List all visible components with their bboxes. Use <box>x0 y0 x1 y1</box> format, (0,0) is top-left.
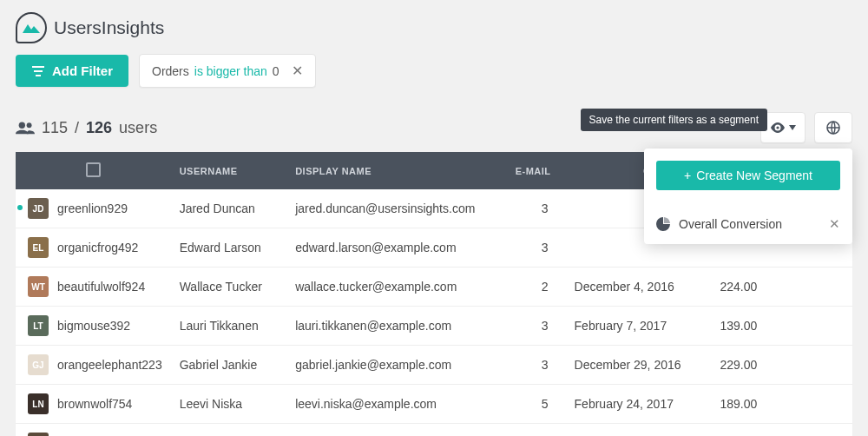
table-row[interactable]: LTbigmouse392Lauri Tikkanenlauri.tikkane… <box>16 307 852 346</box>
cell-value: 249.00 <box>704 424 774 437</box>
topbar: UsersInsights <box>0 0 868 43</box>
filter-icon <box>31 64 45 78</box>
add-filter-button[interactable]: Add Filter <box>16 55 128 87</box>
cell-value: 224.00 <box>704 268 774 307</box>
username-text: bigmouse392 <box>57 319 130 333</box>
summary-row: 115 / 126 users Save the current filters… <box>0 88 868 152</box>
username-text: orangeelephant223 <box>57 358 162 372</box>
plus-icon: + <box>684 168 691 182</box>
cell-display-name: Wallace Tucker <box>171 268 286 307</box>
eye-icon <box>770 122 786 133</box>
svg-point-3 <box>19 122 25 129</box>
svg-rect-1 <box>34 70 43 72</box>
cell-value: 139.00 <box>704 307 774 346</box>
table-wrap: USERNAME DISPLAY NAME E-MAIL ORDERS E VA… <box>0 152 868 436</box>
cell-last-order: December 29, 2016 <box>566 346 705 385</box>
pie-chart-icon <box>656 217 670 231</box>
segment-item-label: Overall Conversion <box>679 217 782 231</box>
people-icon <box>16 121 35 135</box>
create-segment-button[interactable]: + Create New Segment <box>656 161 840 190</box>
avatar: LJ <box>28 433 49 436</box>
avatar: JD <box>28 198 49 219</box>
user-count-shown: 115 <box>42 119 68 137</box>
cell-orders: 3 <box>507 346 566 385</box>
cell-username[interactable]: JDgreenlion929 <box>16 189 171 228</box>
cell-display-name: Jared Duncan <box>171 189 286 228</box>
col-email[interactable]: E-MAIL <box>507 152 566 189</box>
svg-rect-0 <box>32 66 44 68</box>
filter-value: 0 <box>273 64 279 78</box>
username-text: organicfrog492 <box>57 241 138 254</box>
cell-username[interactable]: WTbeautifulwolf924 <box>16 268 171 306</box>
cell-email: leevi.niska@example.com <box>286 385 507 424</box>
globe-icon <box>826 121 840 135</box>
logo-text-b: Insights <box>102 17 164 37</box>
filter-field: Orders <box>152 64 189 78</box>
filter-operator: is bigger than <box>194 64 267 78</box>
cell-display-name: Gabriel Jankie <box>171 346 286 385</box>
avatar: LT <box>28 315 49 336</box>
cell-display-name: Lauri Tikkanen <box>171 307 286 346</box>
cell-display-name: Edward Larson <box>171 228 286 268</box>
cell-email: jared.duncan@usersinsights.com <box>286 189 507 228</box>
table-row[interactable]: WTbeautifulwolf924Wallace Tuckerwallace.… <box>16 268 852 307</box>
col-display-name[interactable]: DISPLAY NAME <box>286 152 507 189</box>
segment-popover: + Create New Segment Overall Conversion … <box>644 149 852 244</box>
logo[interactable]: UsersInsights <box>16 12 164 43</box>
cell-last-order: February 7, 2017 <box>566 307 705 346</box>
col-username[interactable]: USERNAME <box>171 152 286 189</box>
svg-rect-2 <box>36 75 41 76</box>
user-count-sep: / <box>75 119 79 137</box>
avatar: EL <box>28 237 49 258</box>
user-count-suffix: users <box>119 119 157 137</box>
table-row[interactable]: LJbrownbutterfly161Leonard Jacobsleonard… <box>16 424 852 437</box>
cell-email: wallace.tucker@example.com <box>286 268 507 307</box>
cell-orders: 3 <box>507 424 566 437</box>
cell-display-name: Leonard Jacobs <box>171 424 286 437</box>
user-count: 115 / 126 users <box>16 119 157 137</box>
filter-remove-icon[interactable]: ✕ <box>288 63 306 79</box>
avatar: GJ <box>28 354 49 375</box>
segment-item-close-icon[interactable]: ✕ <box>829 216 840 232</box>
filter-chip[interactable]: Orders is bigger than 0 ✕ <box>139 54 316 88</box>
caret-down-icon <box>789 125 796 130</box>
table-row[interactable]: GJorangeelephant223Gabriel Jankiegabriel… <box>16 346 852 385</box>
cell-last-order: February 24, 2017 <box>566 385 705 424</box>
header-checkbox-icon[interactable] <box>86 162 101 177</box>
filters-row: Add Filter Orders is bigger than 0 ✕ <box>0 43 868 88</box>
svg-point-5 <box>776 126 779 129</box>
cell-orders: 2 <box>507 268 566 307</box>
cell-username[interactable]: LTbigmouse392 <box>16 307 171 345</box>
cell-email: gabriel.jankie@example.com <box>286 346 507 385</box>
logo-mark-icon <box>16 12 47 43</box>
table-row[interactable]: LNbrownwolf754Leevi Niskaleevi.niska@exa… <box>16 385 852 424</box>
cell-username[interactable]: LJbrownbutterfly161 <box>16 424 171 436</box>
username-text: beautifulwolf924 <box>57 280 145 294</box>
toolbar-right <box>760 112 852 143</box>
cell-last-order: January 14, 2017 <box>566 424 705 437</box>
col-checkbox[interactable] <box>16 152 171 189</box>
add-filter-label: Add Filter <box>52 63 113 78</box>
online-dot-icon <box>17 205 23 210</box>
username-text: brownwolf754 <box>57 397 132 411</box>
cell-orders: 3 <box>507 189 566 228</box>
cell-display-name: Leevi Niska <box>171 385 286 424</box>
cell-email: edward.larson@example.com <box>286 228 507 268</box>
logo-text-a: Users <box>54 17 102 37</box>
user-count-total: 126 <box>86 119 112 137</box>
cell-value: 189.00 <box>704 385 774 424</box>
cell-last-order: December 4, 2016 <box>566 268 705 307</box>
save-segment-tooltip: Save the current filters as a segment <box>581 109 767 131</box>
cell-username[interactable]: ELorganicfrog492 <box>16 228 171 267</box>
cell-username[interactable]: GJorangeelephant223 <box>16 346 171 384</box>
cell-orders: 3 <box>507 307 566 346</box>
cell-email: lauri.tikkanen@example.com <box>286 307 507 346</box>
cell-orders: 3 <box>507 228 566 268</box>
cell-email: leonard.jacobs@example.com <box>286 424 507 437</box>
svg-point-4 <box>27 122 32 128</box>
segment-item[interactable]: Overall Conversion ✕ <box>656 216 840 232</box>
cell-username[interactable]: LNbrownwolf754 <box>16 385 171 423</box>
globe-button[interactable] <box>814 112 852 143</box>
avatar: WT <box>28 276 49 297</box>
avatar: LN <box>28 393 49 414</box>
